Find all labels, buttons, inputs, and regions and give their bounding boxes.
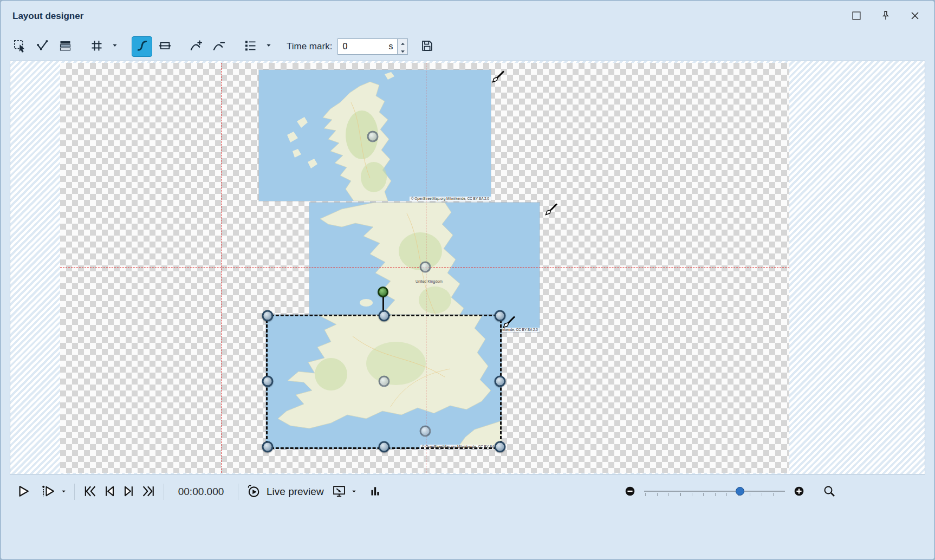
time-mark-label: Time mark: <box>287 41 332 52</box>
play-from-button[interactable] <box>38 482 58 502</box>
zoom-out-button[interactable] <box>624 482 637 502</box>
zoom-in-button[interactable] <box>793 482 806 502</box>
next-frame-icon <box>121 484 137 500</box>
magnifier-icon <box>823 485 836 499</box>
maximize-icon <box>850 10 862 23</box>
preview-window-icon <box>332 484 347 500</box>
play-options-dropdown[interactable] <box>58 482 69 502</box>
chevron-down-icon <box>112 42 118 50</box>
close-icon <box>909 10 921 23</box>
brush-cursor-icon <box>543 212 558 220</box>
pin-button[interactable] <box>878 9 893 24</box>
separator <box>238 484 238 500</box>
add-curve-point-icon <box>189 38 204 55</box>
add-curve-point-button[interactable] <box>186 36 206 57</box>
selection-handle-bottom-left[interactable] <box>262 441 274 453</box>
zoom-slider-track <box>644 491 785 492</box>
map-country-label: United Kingdom <box>415 279 443 283</box>
time-mark-spinner <box>398 38 408 55</box>
skip-to-start-button[interactable] <box>80 482 100 502</box>
osm-attribution: © OpenStreetMap.org Mitwirkende, CC BY-S… <box>410 197 491 201</box>
window-title: Layout designer <box>12 11 83 22</box>
brush-cursor-icon <box>501 324 516 333</box>
layout-designer-window: Layout designer <box>0 0 935 560</box>
maximize-button[interactable] <box>849 9 864 24</box>
motion-path-icon <box>135 38 150 55</box>
save-button[interactable] <box>417 36 437 57</box>
chevron-down-icon <box>265 42 272 50</box>
selection-handle-middle-right[interactable] <box>495 376 506 387</box>
selection-handle-bottom-right[interactable] <box>495 441 506 453</box>
time-mark-unit: s <box>387 38 398 55</box>
layers-button[interactable] <box>55 36 75 57</box>
preview-options-dropdown[interactable] <box>349 482 360 502</box>
next-frame-button[interactable] <box>119 482 139 502</box>
live-preview-toggle[interactable] <box>244 482 263 502</box>
brush-badge-map3[interactable] <box>501 316 516 333</box>
zoom-slider-thumb[interactable] <box>736 487 744 496</box>
selection-handle-top-left[interactable] <box>262 310 274 322</box>
pin-icon <box>880 10 892 23</box>
preview-window-button[interactable] <box>329 482 349 502</box>
zoom-slider[interactable] <box>644 485 785 499</box>
time-mark-field: s <box>337 38 408 55</box>
motion-path-tool-button[interactable] <box>132 36 152 57</box>
transport-bar: 00:00.000 Live preview <box>1 474 934 509</box>
grid-options-dropdown[interactable] <box>109 36 121 57</box>
spin-down-button[interactable] <box>398 47 407 55</box>
select-tool-button[interactable] <box>9 36 30 57</box>
pan-zoom-icon <box>158 38 172 55</box>
playback-settings-button[interactable] <box>365 482 385 502</box>
selection-handle-middle-left[interactable] <box>262 376 274 387</box>
grid-button[interactable] <box>86 36 107 57</box>
separator <box>74 484 75 500</box>
selection-handle-top-center[interactable] <box>379 310 390 322</box>
play-from-icon <box>41 484 56 500</box>
fast-forward-button[interactable] <box>139 482 158 502</box>
previous-frame-button[interactable] <box>100 482 119 502</box>
zoom-in-icon <box>794 486 804 498</box>
close-button[interactable] <box>907 9 923 24</box>
play-icon <box>16 484 31 500</box>
window-controls <box>849 9 923 24</box>
chevron-up-icon <box>400 39 405 47</box>
brush-badge-map2[interactable] <box>543 203 558 220</box>
object-list-dropdown[interactable] <box>263 36 275 57</box>
separator <box>164 484 164 500</box>
live-preview-icon <box>246 484 261 500</box>
time-mark-input[interactable] <box>337 38 387 55</box>
path-point-extra[interactable] <box>420 426 431 437</box>
object-list-button[interactable] <box>240 36 261 57</box>
chevron-down-icon <box>400 47 405 55</box>
path-point-map1-center[interactable] <box>367 131 379 142</box>
object-list-icon <box>243 38 258 55</box>
pan-zoom-tool-button[interactable] <box>154 36 175 57</box>
play-button[interactable] <box>14 482 33 502</box>
path-point-map3-center[interactable] <box>379 376 390 387</box>
zoom-out-icon <box>625 486 635 498</box>
selection-handle-bottom-center[interactable] <box>379 441 390 453</box>
layout-canvas[interactable]: © OpenStreetMap.org Mitwirkende, CC BY-S… <box>10 61 925 474</box>
chevron-down-icon <box>61 488 67 496</box>
brush-cursor-icon <box>490 79 505 87</box>
checkmark-icon <box>35 38 50 55</box>
remove-curve-point-button[interactable] <box>209 36 229 57</box>
path-point-map2-center[interactable] <box>420 262 431 273</box>
skip-to-start-icon <box>82 484 98 500</box>
zoom-fit-button[interactable] <box>822 482 837 502</box>
titlebar: Layout designer <box>1 1 934 32</box>
live-preview-label: Live preview <box>267 486 324 498</box>
playback-bars-icon <box>368 484 382 500</box>
time-display: 00:00.000 <box>170 486 232 498</box>
brush-badge-map1[interactable] <box>490 70 505 87</box>
zoom-controls <box>624 482 837 502</box>
guide-line-vertical-left <box>221 63 222 473</box>
path-points-button[interactable] <box>32 36 53 57</box>
layers-icon <box>58 38 73 55</box>
spin-up-button[interactable] <box>398 39 407 47</box>
path-point-active[interactable] <box>378 286 388 297</box>
main-toolbar: Time mark: s <box>1 32 934 61</box>
previous-frame-icon <box>102 484 117 500</box>
fast-forward-icon <box>141 484 156 500</box>
select-tool-icon <box>12 38 27 55</box>
